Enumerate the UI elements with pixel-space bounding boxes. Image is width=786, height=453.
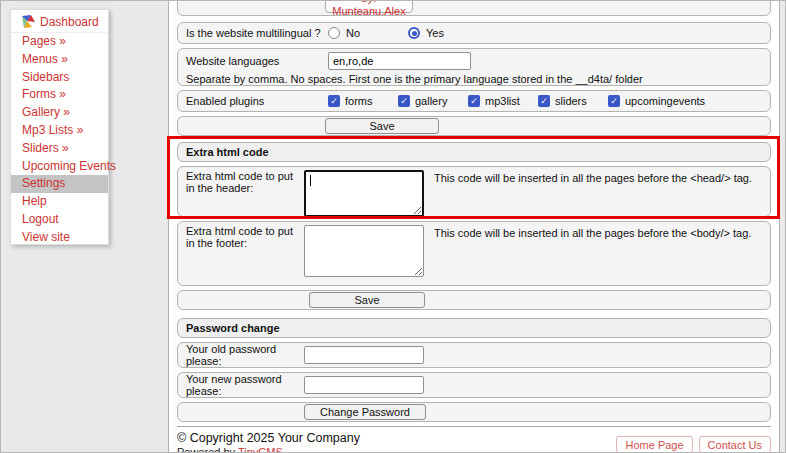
plugin-upcomingevents[interactable]: ✓ upcomingevents bbox=[608, 95, 705, 107]
sidebar-item-label: Dashboard bbox=[40, 12, 99, 33]
plugin-gallery[interactable]: ✓ gallery bbox=[398, 95, 468, 107]
sidebar-item-menus[interactable]: Menus » bbox=[11, 51, 108, 69]
sidebar-item-gallery[interactable]: Gallery » bbox=[11, 104, 108, 122]
plugin-sliders-label: sliders bbox=[555, 95, 587, 107]
sidebar-item-sidebars[interactable]: Sidebars bbox=[11, 69, 108, 87]
save-button-extra-html[interactable]: Save bbox=[309, 292, 425, 308]
checkbox-gallery-icon[interactable]: ✓ bbox=[398, 95, 410, 107]
old-password-row: Your old password please: bbox=[177, 342, 771, 368]
sidebar-item-mp3-lists[interactable]: Mp3 Lists » bbox=[11, 122, 108, 140]
plugins-label: Enabled plugins bbox=[186, 95, 328, 107]
languages-help-text: Separate by comma. No spaces. First one … bbox=[186, 73, 762, 85]
sidebar-item-sliders[interactable]: Sliders » bbox=[11, 140, 108, 158]
multilingual-row: Is the website multilingual ? No Yes bbox=[177, 22, 771, 44]
multilingual-label: Is the website multilingual ? bbox=[186, 27, 328, 39]
plugin-forms[interactable]: ✓ forms bbox=[328, 95, 398, 107]
extra-html-footer-row: Extra html code to put in the footer: Th… bbox=[177, 221, 771, 286]
extra-html-footer-textarea[interactable] bbox=[304, 225, 424, 277]
change-password-row: Change Password bbox=[177, 402, 771, 422]
text-caret bbox=[310, 175, 311, 186]
sidebar-item-pages[interactable]: Pages » bbox=[11, 33, 108, 51]
sidebar-item-upcoming-events[interactable]: Upcoming Events bbox=[11, 158, 108, 176]
extra-html-header-row: Extra html code to put in the header: Th… bbox=[177, 166, 771, 217]
languages-row: Website languages Separate by comma. No … bbox=[177, 48, 771, 86]
sidebar-item-help[interactable]: Help bbox=[11, 193, 108, 211]
checkbox-forms-icon[interactable]: ✓ bbox=[328, 95, 340, 107]
save-row-extra-html: Save bbox=[177, 290, 771, 310]
new-password-label: Your new password please: bbox=[186, 373, 304, 397]
sidebar: Dashboard Pages » Menus » Sidebars Forms… bbox=[10, 9, 109, 245]
plugin-forms-label: forms bbox=[345, 95, 373, 107]
old-password-label: Your old password please: bbox=[186, 343, 304, 367]
save-row-top: Save bbox=[177, 116, 771, 136]
checkbox-sliders-icon[interactable]: ✓ bbox=[538, 95, 550, 107]
author-button[interactable]: by: Munteanu.Alex bbox=[325, 1, 413, 13]
radio-no[interactable] bbox=[328, 27, 340, 39]
languages-input[interactable] bbox=[328, 52, 471, 70]
plugin-upcomingevents-label: upcomingevents bbox=[625, 95, 705, 107]
radio-group-yes[interactable]: Yes bbox=[408, 27, 488, 39]
plugin-gallery-label: gallery bbox=[415, 95, 447, 107]
save-button-top[interactable]: Save bbox=[325, 118, 439, 134]
old-password-input[interactable] bbox=[304, 346, 424, 364]
page-footer: © Copyright 2025 Your Company Powered by… bbox=[177, 426, 771, 453]
extra-html-footer-label: Extra html code to put in the footer: bbox=[186, 225, 304, 249]
radio-group-no[interactable]: No bbox=[328, 27, 408, 39]
extra-html-section-header: Extra html code bbox=[177, 142, 771, 162]
extra-html-footer-description: This code will be inserted in all the pa… bbox=[434, 225, 751, 239]
new-password-row: Your new password please: bbox=[177, 372, 771, 398]
extra-html-header-label: Extra html code to put in the header: bbox=[186, 170, 304, 194]
home-page-button[interactable]: Home Page bbox=[616, 436, 692, 453]
plugin-mp3list[interactable]: ✓ mp3list bbox=[468, 95, 538, 107]
password-section-header: Password change bbox=[177, 318, 771, 338]
radio-no-label: No bbox=[346, 27, 360, 39]
settings-panel: by: Munteanu.Alex Is the website multili… bbox=[168, 1, 780, 453]
extra-html-header-description: This code will be inserted in all the pa… bbox=[434, 170, 752, 184]
tinycms-link[interactable]: TinyCMS bbox=[238, 446, 283, 453]
sidebar-item-logout[interactable]: Logout bbox=[11, 211, 108, 229]
plugin-mp3list-label: mp3list bbox=[485, 95, 520, 107]
dashboard-kite-icon bbox=[22, 15, 36, 29]
powered-by-prefix: Powered by bbox=[177, 446, 238, 453]
radio-yes-label: Yes bbox=[426, 27, 444, 39]
checkbox-mp3list-icon[interactable]: ✓ bbox=[468, 95, 480, 107]
sidebar-item-settings[interactable]: Settings bbox=[11, 175, 108, 193]
change-password-button[interactable]: Change Password bbox=[304, 404, 426, 420]
sidebar-item-dashboard[interactable]: Dashboard bbox=[11, 12, 108, 33]
new-password-input[interactable] bbox=[304, 376, 424, 394]
screen: Dashboard Pages » Menus » Sidebars Forms… bbox=[0, 0, 786, 453]
checkbox-upcomingevents-icon[interactable]: ✓ bbox=[608, 95, 620, 107]
extra-html-header-textarea[interactable] bbox=[304, 170, 424, 217]
plugin-sliders[interactable]: ✓ sliders bbox=[538, 95, 608, 107]
sidebar-item-forms[interactable]: Forms » bbox=[11, 86, 108, 104]
sidebar-item-view-site[interactable]: View site bbox=[11, 229, 108, 247]
languages-label: Website languages bbox=[186, 55, 328, 67]
plugins-row: Enabled plugins ✓ forms ✓ gallery ✓ mp3l… bbox=[177, 90, 771, 112]
radio-yes[interactable] bbox=[408, 27, 420, 39]
contact-us-button[interactable]: Contact Us bbox=[699, 436, 771, 453]
author-row: by: Munteanu.Alex bbox=[177, 1, 771, 16]
